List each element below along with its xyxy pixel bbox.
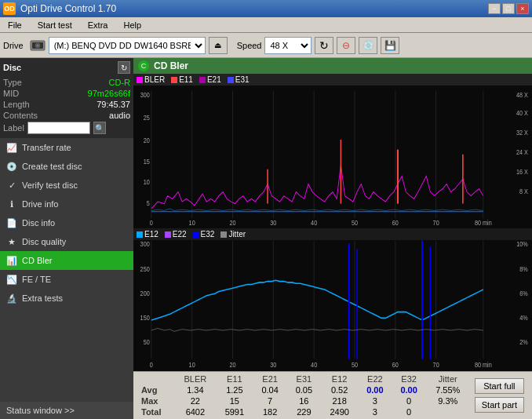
sidebar-item-drive-info[interactable]: ℹ Drive info	[0, 195, 133, 213]
maximize-button[interactable]: □	[502, 3, 515, 14]
svg-point-3	[37, 45, 38, 46]
sidebar-item-transfer-rate[interactable]: 📈 Transfer rate	[0, 138, 133, 157]
stats-max-e22: 3	[358, 395, 392, 406]
top-chart-svg: 48 X 40 X 32 X 24 X 16 X 8 X 300 25 20 1…	[133, 86, 532, 228]
svg-text:16 X: 16 X	[516, 168, 528, 176]
menu-bar: File Start test Extra Help	[0, 17, 532, 33]
stats-avg-e31: 0.05	[287, 384, 321, 395]
erase-button[interactable]: ⊖	[337, 37, 355, 54]
sidebar: Disc ↻ Type CD-R MID 97m26s66f Length 79…	[0, 58, 133, 419]
start-full-button[interactable]: Start full	[475, 378, 524, 394]
stats-avg-bler: 1.34	[175, 384, 217, 395]
stats-max-jitter: 9.3%	[426, 395, 470, 406]
legend-e11: E11	[171, 75, 193, 84]
stats-avg-e22: 0.00	[358, 384, 392, 395]
svg-text:80 min: 80 min	[475, 361, 492, 369]
svg-text:20: 20	[229, 220, 236, 228]
svg-text:8%: 8%	[519, 265, 528, 273]
eject-button[interactable]: ⏏	[209, 37, 228, 54]
sidebar-item-cd-bler-label: CD Bler	[22, 256, 53, 265]
sidebar-item-cd-bler[interactable]: 📊 CD Bler	[0, 251, 133, 270]
legend-e11-label: E11	[179, 75, 193, 84]
svg-text:50: 50	[352, 361, 358, 369]
svg-text:50: 50	[144, 338, 150, 346]
svg-text:60: 60	[392, 220, 399, 228]
minimize-button[interactable]: −	[488, 3, 501, 14]
chart-header-icon: C	[138, 60, 149, 71]
stats-total-e11: 5991	[216, 406, 253, 417]
legend-bler: BLER	[137, 75, 165, 84]
table-row: Total 6402 5991 182 229 2490 3 0	[137, 406, 470, 417]
sidebar-item-extra-tests[interactable]: 🔬 Extra tests	[0, 289, 133, 308]
disc-quality-icon: ★	[6, 236, 17, 247]
sidebar-item-fe-te-label: FE / TE	[22, 275, 51, 284]
sidebar-item-extra-tests-label: Extra tests	[22, 293, 63, 303]
top-legend: BLER E11 E21 E31	[133, 74, 532, 86]
legend-e11-color	[171, 77, 177, 83]
create-test-disc-icon: 💿	[6, 161, 17, 172]
sidebar-item-create-test-disc[interactable]: 💿 Create test disc	[0, 157, 133, 176]
speed-select[interactable]: 48 X	[264, 37, 312, 54]
stats-avg-e32: 0.00	[392, 384, 426, 395]
stats-avg-jitter: 7.55%	[426, 384, 470, 395]
sidebar-item-disc-quality[interactable]: ★ Disc quality	[0, 232, 133, 251]
svg-text:40: 40	[311, 220, 318, 228]
save-button[interactable]: 💾	[381, 37, 399, 54]
sidebar-item-fe-te[interactable]: 📉 FE / TE	[0, 270, 133, 289]
svg-text:10: 10	[189, 361, 195, 369]
legend-e21: E21	[199, 75, 221, 84]
start-part-button[interactable]: Start part	[475, 397, 524, 413]
stats-max-bler: 22	[175, 395, 217, 406]
menu-help[interactable]: Help	[118, 19, 146, 31]
disc-panel: Disc ↻ Type CD-R MID 97m26s66f Length 79…	[0, 58, 133, 138]
drive-select[interactable]: (M:) BENQ DVD DD DW1640 BSRB	[49, 37, 206, 54]
status-window-button[interactable]: Status window >>	[0, 402, 133, 419]
refresh-drive-button[interactable]: ↻	[315, 37, 333, 54]
content-area: C CD Bler BLER E11 E21 E31	[133, 58, 532, 419]
disc-contents-key: Contents	[3, 111, 38, 120]
stats-max-e32: 0	[392, 395, 426, 406]
sidebar-item-disc-info-label: Disc info	[22, 218, 55, 228]
svg-text:10%: 10%	[516, 241, 528, 249]
svg-text:300: 300	[140, 91, 151, 99]
disc-mid-key: MID	[3, 89, 19, 98]
legend-e21-label: E21	[207, 75, 221, 84]
col-header-e32: E32	[392, 373, 426, 384]
svg-text:20: 20	[144, 137, 151, 144]
disc-info-icon: 📄	[6, 217, 17, 228]
stats-total-bler: 6402	[175, 406, 217, 417]
legend-e31: E31	[228, 75, 250, 84]
legend-jitter-color	[220, 231, 227, 238]
stats-total-e32: 0	[392, 406, 426, 417]
sidebar-item-disc-quality-label: Disc quality	[22, 237, 66, 246]
stats-table: BLER E11 E21 E31 E12 E22 E32 Jitter	[137, 373, 470, 417]
stats-total-e21: 182	[253, 406, 286, 417]
svg-text:24 X: 24 X	[516, 148, 528, 156]
stats-total-label: Total	[137, 406, 175, 417]
legend-e32-label: E32	[201, 230, 215, 239]
drive-info-icon: ℹ	[6, 199, 17, 210]
stats-total-e12: 2490	[321, 406, 358, 417]
legend-jitter-label: Jitter	[228, 230, 246, 239]
disc-panel-title: Disc	[3, 63, 21, 72]
legend-e12: E12	[137, 230, 159, 239]
menu-start-test[interactable]: Start test	[33, 19, 77, 31]
svg-text:6%: 6%	[519, 290, 528, 297]
menu-file[interactable]: File	[3, 19, 27, 31]
col-header-e31: E31	[287, 373, 321, 384]
svg-text:250: 250	[140, 265, 150, 273]
sidebar-item-disc-info[interactable]: 📄 Disc info	[0, 213, 133, 232]
stats-row: BLER E11 E21 E31 E12 E22 E32 Jitter	[137, 373, 529, 417]
burn-button[interactable]: 💿	[359, 37, 377, 54]
disc-label-input[interactable]	[27, 122, 90, 134]
stats-avg-e11: 1.25	[216, 384, 253, 395]
col-header-jitter: Jitter	[426, 373, 470, 384]
transfer-rate-icon: 📈	[6, 142, 17, 153]
close-button[interactable]: ×	[516, 3, 529, 14]
charts-wrapper: 48 X 40 X 32 X 24 X 16 X 8 X 300 25 20 1…	[133, 86, 532, 371]
sidebar-item-verify-test-disc[interactable]: ✓ Verify test disc	[0, 176, 133, 195]
disc-label-search-button[interactable]: 🔍	[93, 122, 106, 134]
disc-refresh-button[interactable]: ↻	[118, 61, 130, 74]
menu-extra[interactable]: Extra	[83, 19, 113, 31]
legend-e31-label: E31	[235, 75, 250, 84]
